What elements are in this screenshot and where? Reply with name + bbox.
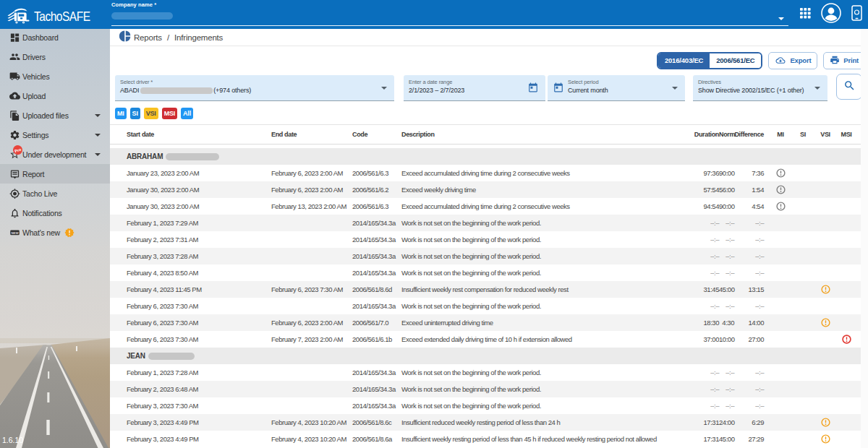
cell-mi: [768, 202, 793, 211]
sidebar-item-upload[interactable]: Upload: [0, 86, 110, 105]
table-row[interactable]: February 3, 2023 7:28 AM2014/165/34.3aWo…: [110, 248, 861, 264]
directive-toggle-group: 2016/403/EC 2006/561/EC: [657, 52, 763, 69]
phone-icon[interactable]: [851, 5, 862, 24]
cell-code: 2014/165/34.3a: [352, 385, 401, 393]
column-header-difference[interactable]: Difference: [734, 131, 764, 138]
cell-norm: 24:00: [719, 418, 734, 426]
toggle-2006-561-EC[interactable]: 2006/561/EC: [710, 53, 761, 68]
cell-code: 2006/561/6.3: [352, 169, 401, 177]
export-button[interactable]: Export: [768, 52, 817, 69]
column-header-duration[interactable]: Duration: [686, 131, 719, 138]
cell-code: 2006/561/6.3: [352, 202, 401, 210]
empty-time-placeholder: –:–: [726, 385, 734, 393]
logo[interactable]: TachoSAFE: [7, 5, 101, 27]
chip-vsi[interactable]: VSI: [144, 108, 158, 119]
cell-description: Exceed weekly driving time: [401, 186, 686, 194]
table-row[interactable]: January 30, 2023 2:00 AMFebruary 13, 202…: [110, 198, 861, 215]
table-row[interactable]: January 30, 2023 2:00 AMFebruary 6, 2023…: [110, 181, 861, 198]
column-header-msi[interactable]: MSI: [838, 131, 855, 138]
chip-all[interactable]: All: [181, 108, 193, 119]
table-row[interactable]: February 1, 2023 7:28 AM2014/165/34.3aWo…: [110, 364, 861, 381]
toolbar: 2016/403/EC 2006/561/EC Export Print: [110, 46, 868, 74]
company-underline: [111, 25, 788, 26]
cell-duration: –:–: [686, 369, 719, 376]
cell-code: 2006/561/8.6c: [352, 418, 401, 426]
column-header-norm[interactable]: Norm: [719, 131, 734, 138]
driver-select[interactable]: Select driver * ABADI(+974 others): [115, 75, 394, 101]
chip-mi[interactable]: MI: [115, 108, 127, 119]
table-row[interactable]: February 6, 2023 7:30 AMFebruary 6, 2023…: [110, 314, 861, 331]
table-row[interactable]: February 4, 2023 11:45 PMFebruary 6, 202…: [110, 281, 861, 298]
scrollbar[interactable]: [861, 29, 868, 448]
table-row[interactable]: February 1, 2023 7:29 AM2014/165/34.3aWo…: [110, 215, 861, 231]
column-header-code[interactable]: Code: [352, 131, 401, 138]
cell-duration: 97:36: [686, 169, 719, 177]
cell-duration: 17:31: [686, 418, 719, 426]
print-button[interactable]: Print: [823, 52, 865, 69]
driver-name-redacted: [148, 353, 195, 360]
table-row[interactable]: February 2, 2023 6:48 AM2014/165/34.3aWo…: [110, 381, 861, 397]
sidebar-item-whats-new[interactable]: NEWWhat's new: [0, 223, 110, 242]
cell-duration: 37:00: [686, 335, 719, 343]
toggle-2016-403-EC[interactable]: 2016/403/EC: [658, 53, 710, 68]
cell-start-date: February 6, 2023 7:30 AM: [127, 302, 271, 310]
group-row-abraham: ABRAHAM: [110, 148, 861, 165]
company-select[interactable]: Company name *: [111, 1, 788, 27]
date-range-field[interactable]: Enter a date range 2/1/2023 – 2/7/2023: [404, 75, 545, 101]
sidebar-item-tacho-live[interactable]: Tacho Live: [0, 184, 110, 203]
chip-msi[interactable]: MSI: [162, 108, 177, 119]
cell-description: Work is not set on the beginning of the …: [401, 402, 686, 410]
column-header-si[interactable]: SI: [793, 131, 813, 138]
avatar-icon[interactable]: [821, 3, 841, 26]
column-header-mi[interactable]: MI: [768, 131, 793, 138]
apps-grid-icon[interactable]: [800, 8, 811, 22]
empty-time-placeholder: –:–: [726, 369, 734, 376]
chip-si[interactable]: SI: [130, 108, 140, 119]
cell-difference: –:–: [734, 385, 764, 393]
column-header-description[interactable]: Description: [401, 131, 686, 138]
breadcrumb-section[interactable]: Reports: [134, 33, 162, 42]
period-select[interactable]: Select period Current month: [548, 75, 685, 101]
target-icon: [9, 188, 20, 199]
sidebar-item-report[interactable]: Report: [0, 164, 110, 184]
cell-vsi: [813, 418, 838, 427]
directives-select[interactable]: Directives Show Directive 2002/15/EC (+1…: [693, 75, 827, 101]
cell-norm: 90:00: [719, 169, 734, 177]
sidebar-item-uploaded-files[interactable]: Uploaded files: [0, 105, 110, 125]
cell-code: 2014/165/34.3a: [352, 252, 401, 260]
sidebar-item-under-development[interactable]: ProUnder development: [0, 145, 110, 164]
table-row[interactable]: February 6, 2023 7:30 AM2014/165/34.3aWo…: [110, 298, 861, 314]
empty-time-placeholder: –:–: [710, 219, 719, 227]
table-row[interactable]: February 6, 2023 7:30 AMFebruary 7, 2023…: [110, 331, 861, 348]
table-row[interactable]: February 3, 2023 4:49 PMFebruary 4, 2023…: [110, 431, 861, 447]
empty-time-placeholder: –:–: [755, 385, 764, 393]
pie-chart-icon: [119, 30, 131, 45]
cell-code: 2014/165/34.3a: [352, 269, 401, 277]
table-row[interactable]: February 3, 2023 4:49 PMFebruary 4, 2023…: [110, 414, 861, 431]
sidebar-item-dashboard[interactable]: Dashboard: [0, 29, 110, 47]
sidebar-item-notifications[interactable]: Notifications: [0, 203, 110, 223]
cell-description: Exceed uninterrupted driving time: [401, 319, 686, 327]
sidebar-item-drivers[interactable]: Drivers: [0, 47, 110, 66]
cell-difference: –:–: [734, 302, 764, 310]
table-row[interactable]: February 2, 2023 7:31 AM2014/165/34.3aWo…: [110, 231, 861, 248]
calendar-icon[interactable]: [528, 82, 538, 92]
empty-time-placeholder: –:–: [726, 402, 734, 410]
table-row[interactable]: January 23, 2023 2:00 AMFebruary 6, 2023…: [110, 165, 861, 181]
cell-difference: –:–: [734, 369, 764, 376]
column-header-start-date[interactable]: Start date: [127, 131, 271, 138]
cell-mi: [768, 168, 793, 178]
column-header-end-date[interactable]: End date: [271, 131, 352, 138]
cell-start-date: February 3, 2023 7:30 AM: [127, 402, 271, 410]
column-header-vsi[interactable]: VSI: [813, 131, 838, 138]
sidebar-item-vehicles[interactable]: Vehicles: [0, 66, 110, 86]
cell-norm: –:–: [719, 302, 734, 310]
sidebar-item-settings[interactable]: Settings: [0, 125, 110, 145]
cell-duration: –:–: [686, 302, 719, 310]
table-row[interactable]: February 3, 2023 7:30 AM2014/165/34.3aWo…: [110, 397, 861, 414]
search-button[interactable]: [836, 74, 862, 100]
cell-description: Work is not set on the beginning of the …: [401, 252, 686, 260]
cell-difference: 1:54: [734, 186, 764, 194]
cell-duration: 57:54: [686, 186, 719, 194]
table-row[interactable]: February 4, 2023 8:50 AM2014/165/34.3aWo…: [110, 264, 861, 281]
